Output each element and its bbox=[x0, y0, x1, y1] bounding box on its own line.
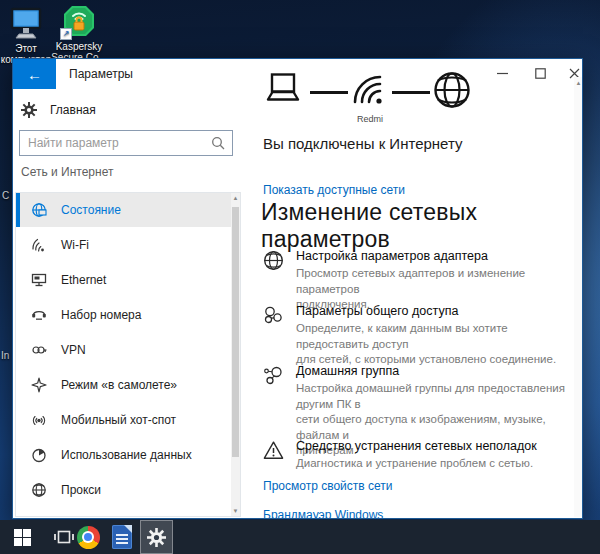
back-button[interactable]: ← bbox=[13, 59, 56, 89]
troubleshoot-warning-icon bbox=[263, 439, 284, 472]
maximize-button[interactable] bbox=[523, 59, 557, 87]
sidebar-item-label: Использование данных bbox=[61, 448, 192, 462]
sidebar-item-label: Состояние bbox=[61, 203, 121, 217]
windows-firewall-link[interactable]: Брандмауэр Windows bbox=[263, 508, 383, 519]
chrome-icon bbox=[77, 526, 100, 549]
scroll-up-icon[interactable]: ▲ bbox=[231, 194, 240, 202]
gear-icon bbox=[21, 102, 37, 118]
desktop-icon-kaspersky[interactable]: ↗ Kaspersky Secure Co... bbox=[47, 4, 111, 63]
show-available-networks-link[interactable]: Показать доступные сети bbox=[263, 183, 405, 197]
sidebar-item-label: Прокси bbox=[61, 483, 101, 497]
item-title: Параметры общего доступа bbox=[296, 304, 574, 318]
connection-line bbox=[310, 91, 348, 94]
wifi-icon bbox=[30, 237, 47, 253]
sidebar-item-home[interactable]: Главная bbox=[21, 97, 221, 123]
airplane-icon bbox=[30, 377, 47, 393]
hidden-desktop-label-fragment: In bbox=[1, 350, 9, 361]
adapter-settings-item[interactable]: Настройка параметров адаптера Просмотр с… bbox=[263, 249, 574, 313]
wifi-network-icon bbox=[351, 71, 389, 109]
sidebar-item-dialup[interactable]: Набор номера bbox=[16, 298, 232, 332]
sidebar-nav: Состояние Wi-Fi Ethernet Набор номера VP… bbox=[15, 192, 241, 517]
item-description: Диагностика и устранение проблем с сетью… bbox=[296, 456, 574, 472]
connection-status: Вы подключены к Интернету bbox=[263, 135, 462, 152]
maximize-icon bbox=[535, 68, 546, 79]
writer-document-icon bbox=[112, 525, 132, 549]
hotspot-icon bbox=[30, 412, 47, 428]
section-heading: Изменение сетевых параметров bbox=[261, 199, 582, 253]
sidebar-item-wifi[interactable]: Wi-Fi bbox=[16, 228, 232, 262]
search-box bbox=[19, 130, 233, 156]
scroll-down-icon[interactable]: ▼ bbox=[231, 507, 240, 515]
item-description: Определите, к каким данным вы хотите пре… bbox=[296, 321, 574, 368]
sidebar-scrollbar-thumb[interactable] bbox=[232, 207, 239, 457]
settings-window: ← Параметры Главная Сеть и Интернет Со bbox=[12, 58, 583, 519]
sidebar-item-vpn[interactable]: VPN bbox=[16, 333, 232, 367]
ethernet-icon bbox=[30, 272, 47, 288]
sidebar-item-label: Мобильный хот-спот bbox=[61, 413, 176, 427]
sidebar-item-mobile-hotspot[interactable]: Мобильный хот-спот bbox=[16, 403, 232, 437]
settings-gear-icon bbox=[147, 528, 166, 547]
sidebar-item-data-usage[interactable]: Использование данных bbox=[16, 438, 232, 472]
scroll-up-icon[interactable]: ▲ bbox=[574, 79, 583, 87]
this-pc-icon bbox=[9, 6, 43, 40]
minimize-icon bbox=[497, 68, 508, 79]
windows-logo-icon bbox=[14, 529, 31, 546]
sidebar-item-label: Wi-Fi bbox=[61, 238, 89, 252]
window-title: Параметры bbox=[69, 67, 133, 81]
back-icon: ← bbox=[27, 66, 42, 83]
sidebar-item-ethernet[interactable]: Ethernet bbox=[16, 263, 232, 297]
sidebar-home-label: Главная bbox=[50, 103, 96, 117]
item-title: Средство устранения сетевых неполадок bbox=[296, 439, 574, 453]
chrome-taskbar-button[interactable] bbox=[68, 520, 108, 554]
search-input[interactable] bbox=[20, 136, 211, 150]
sharing-icon bbox=[263, 304, 284, 368]
laptop-icon bbox=[263, 73, 303, 107]
kaspersky-icon: ↗ bbox=[62, 4, 96, 38]
taskbar bbox=[0, 520, 600, 554]
item-title: Домашняя группа bbox=[296, 364, 574, 378]
sidebar-item-airplane-mode[interactable]: Режим «в самолете» bbox=[16, 368, 232, 402]
search-icon bbox=[211, 136, 225, 150]
settings-taskbar-button[interactable] bbox=[140, 520, 173, 554]
sidebar-item-label: Режим «в самолете» bbox=[61, 378, 177, 392]
internet-globe-icon bbox=[433, 71, 471, 109]
sidebar-item-status[interactable]: Состояние bbox=[16, 193, 232, 227]
proxy-icon bbox=[30, 482, 47, 498]
sidebar-item-label: Ethernet bbox=[61, 273, 106, 287]
shortcut-arrow-icon: ↗ bbox=[60, 28, 72, 40]
view-network-properties-link[interactable]: Просмотр свойств сети bbox=[263, 479, 392, 493]
writer-taskbar-button[interactable] bbox=[104, 520, 140, 554]
start-button[interactable] bbox=[0, 520, 44, 554]
sidebar-item-label: VPN bbox=[61, 343, 86, 357]
adapter-icon bbox=[263, 249, 284, 313]
globe-status-icon bbox=[30, 202, 47, 218]
sharing-options-item[interactable]: Параметры общего доступа Определите, к к… bbox=[263, 304, 574, 368]
sidebar-item-label: Набор номера bbox=[61, 308, 141, 322]
data-usage-icon bbox=[30, 447, 47, 463]
network-name-label: Redmi bbox=[350, 114, 390, 124]
content-scrollbar[interactable]: ▲ bbox=[574, 77, 583, 517]
vpn-icon bbox=[30, 342, 47, 358]
network-troubleshooter-item[interactable]: Средство устранения сетевых неполадок Ди… bbox=[263, 439, 574, 472]
sidebar-section-label: Сеть и Интернет bbox=[21, 165, 113, 179]
connection-line bbox=[392, 91, 430, 94]
minimize-button[interactable] bbox=[485, 59, 519, 87]
hidden-desktop-label-fragment: C bbox=[2, 190, 9, 201]
dialup-icon bbox=[30, 307, 47, 323]
sidebar-item-proxy[interactable]: Прокси bbox=[16, 473, 232, 507]
desktop-icon-label: Kaspersky bbox=[47, 41, 111, 52]
sidebar-scrollbar[interactable]: ▲ ▼ bbox=[231, 193, 240, 516]
item-title: Настройка параметров адаптера bbox=[296, 249, 574, 263]
